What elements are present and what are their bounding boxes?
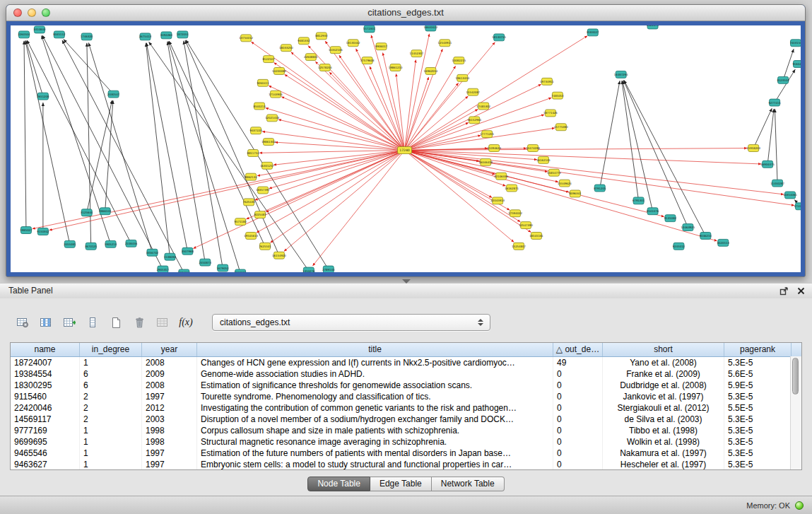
network-node[interactable]: 1538094	[164, 253, 177, 260]
network-edge[interactable]	[257, 150, 405, 233]
table-row[interactable]: 969969511998Structural magnetic resonanc…	[11, 436, 801, 448]
network-node[interactable]: 2789140	[322, 266, 335, 272]
network-node[interactable]: 17771205	[480, 131, 494, 138]
network-edge[interactable]	[273, 63, 404, 151]
network-edge[interactable]	[26, 40, 43, 96]
network-node[interactable]: 8122507	[262, 56, 275, 63]
function-builder-button[interactable]: f(x)	[177, 315, 194, 330]
network-canvas[interactable]: 1724092254877625430183573979862134163012…	[11, 25, 801, 272]
network-edge[interactable]	[405, 150, 762, 163]
network-edge[interactable]	[193, 150, 404, 248]
network-node[interactable]: 19861210	[389, 64, 403, 71]
network-node[interactable]: 18130755	[492, 34, 506, 41]
network-node[interactable]: 9906017	[375, 43, 388, 50]
network-node[interactable]: 9277415	[768, 99, 781, 106]
table-row[interactable]: 977716911998Corpus callosum shape and si…	[11, 425, 801, 436]
network-node[interactable]: 9260411	[257, 79, 269, 86]
network-edge[interactable]	[42, 35, 163, 269]
network-node[interactable]: 22608801	[304, 54, 318, 61]
network-node[interactable]: 16162871	[505, 185, 519, 192]
network-node[interactable]: 14200083	[272, 67, 286, 74]
network-edge[interactable]	[405, 135, 481, 150]
network-node[interactable]: 9046210	[700, 232, 712, 239]
close-window-button[interactable]	[13, 8, 22, 17]
network-edge[interactable]	[623, 81, 688, 228]
network-node[interactable]: 7403158	[789, 40, 801, 47]
new-row-button[interactable]	[107, 315, 124, 330]
network-node[interactable]: 15254807	[512, 243, 526, 250]
network-edge[interactable]	[33, 150, 405, 228]
tab-edge-table[interactable]: Edge Table	[370, 477, 432, 491]
network-edge[interactable]	[64, 40, 114, 95]
network-node[interactable]: 16152964	[467, 117, 481, 124]
network-node[interactable]: 3507968	[182, 247, 194, 255]
network-node[interactable]: 8183027	[587, 29, 599, 36]
network-edge[interactable]	[405, 77, 429, 151]
network-edge[interactable]	[767, 109, 774, 164]
network-edge[interactable]	[405, 150, 795, 205]
network-node[interactable]: 17594022	[508, 210, 522, 217]
network-node[interactable]: 7625430	[242, 199, 255, 206]
network-edge[interactable]	[315, 62, 404, 151]
network-node[interactable]: 10474098	[526, 145, 540, 152]
network-node[interactable]: 3125644	[81, 209, 93, 216]
network-edge[interactable]	[405, 66, 456, 150]
network-edge[interactable]	[396, 74, 405, 150]
minimize-window-button[interactable]	[28, 8, 36, 17]
network-node[interactable]: 19613450	[455, 74, 469, 81]
network-node[interactable]: 21094623	[487, 145, 501, 152]
network-node[interactable]: 11450287	[770, 180, 784, 187]
column-header-year[interactable]: year	[142, 343, 197, 356]
network-node[interactable]: 12021418	[265, 115, 279, 122]
network-edge[interactable]	[284, 150, 405, 251]
network-node[interactable]: 2866103	[99, 208, 112, 215]
network-node[interactable]: 9862134	[245, 173, 257, 180]
network-node[interactable]: 6791301	[632, 197, 645, 204]
zoom-window-button[interactable]	[42, 8, 50, 17]
network-node[interactable]: 8122075	[647, 25, 659, 29]
column-header-name[interactable]: name	[11, 343, 80, 356]
table-row[interactable]: 1456911722003Disruption of a novel membe…	[11, 414, 801, 425]
network-node[interactable]: 16904375	[760, 160, 775, 168]
network-edge[interactable]	[775, 109, 777, 183]
close-panel-icon[interactable]	[797, 287, 805, 295]
network-node[interactable]: 1985027	[20, 227, 33, 234]
table-row[interactable]: 2242004622012Investigating the contribut…	[11, 402, 801, 414]
table-row[interactable]: 946362711997Embryonic stem cells: a mode…	[11, 459, 801, 470]
network-node[interactable]: 17103544	[794, 203, 801, 210]
network-edge[interactable]	[269, 150, 405, 188]
network-node[interactable]: 15958203	[746, 145, 760, 152]
network-node[interactable]: 18130442	[346, 40, 360, 47]
network-node[interactable]: 12547390	[519, 222, 533, 229]
network-node[interactable]: 8811752	[247, 149, 259, 156]
network-node[interactable]: 22045913	[490, 197, 505, 204]
network-edge[interactable]	[753, 108, 772, 148]
add-column-button[interactable]	[61, 315, 78, 330]
network-edge[interactable]	[269, 86, 404, 150]
network-node[interactable]: 19734911	[540, 78, 554, 85]
network-edge[interactable]	[405, 150, 664, 216]
network-node[interactable]: 16162105	[536, 156, 551, 163]
tab-network-table[interactable]: Network Table	[432, 477, 505, 491]
network-node[interactable]: 8541076	[647, 208, 659, 215]
network-node[interactable]: 2675413	[139, 33, 152, 40]
network-edge[interactable]	[24, 41, 26, 230]
panel-divider-handle[interactable]	[402, 279, 411, 284]
network-node[interactable]: 18771426	[543, 110, 558, 117]
network-edge[interactable]	[275, 142, 405, 150]
column-header-pagerank[interactable]: pagerank	[724, 343, 792, 356]
column-header-title[interactable]: title	[197, 343, 553, 356]
network-node[interactable]: 18357397	[256, 187, 270, 194]
network-node[interactable]: 9150342	[37, 228, 49, 235]
network-edge[interactable]	[255, 150, 405, 200]
network-edge[interactable]	[291, 52, 405, 151]
network-node[interactable]: 2450873	[199, 259, 212, 266]
network-node[interactable]: 2273081	[235, 269, 247, 272]
network-node[interactable]: 3670125	[85, 243, 98, 250]
network-node[interactable]: 17143904	[269, 90, 283, 98]
network-node[interactable]: 16301257	[260, 162, 274, 169]
memory-status-indicator[interactable]	[795, 501, 804, 510]
network-edge[interactable]	[49, 150, 405, 230]
network-edge[interactable]	[405, 83, 459, 150]
network-edge[interactable]	[146, 43, 187, 252]
